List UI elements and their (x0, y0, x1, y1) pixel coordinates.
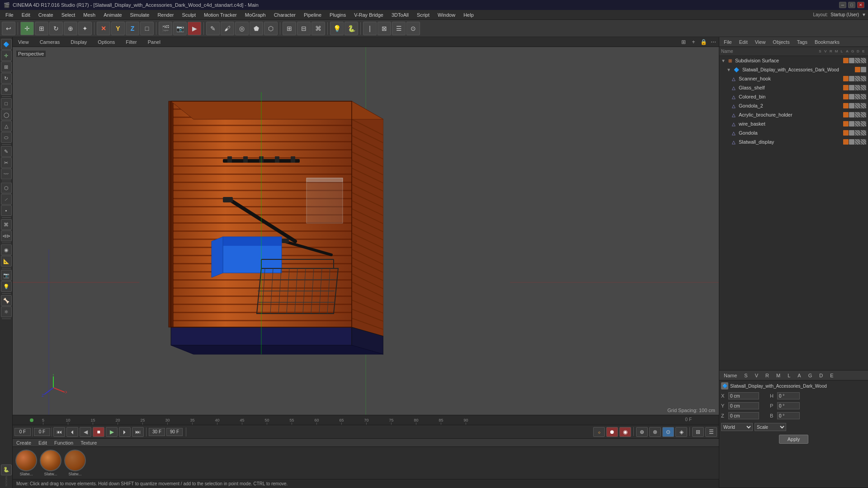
scale-tool[interactable]: ⊞ (35, 22, 48, 35)
menu-simulate[interactable]: Simulate (127, 11, 153, 19)
menu-create[interactable]: Create (35, 11, 57, 19)
rotate-btn[interactable]: ↻ (1, 73, 12, 84)
am-tab-v[interactable]: V (752, 372, 761, 379)
spline-btn[interactable]: 〰 (1, 169, 12, 179)
deform-mode[interactable]: Z (126, 22, 139, 35)
uv-btn[interactable]: 📐 (1, 256, 12, 267)
stamp-tool[interactable]: ⬡ (264, 22, 278, 35)
pipeline-tool[interactable]: | (363, 22, 377, 35)
menu-character[interactable]: Character (270, 11, 299, 19)
pen-left-btn[interactable]: ✎ (1, 146, 12, 157)
undo-button[interactable]: ↩ (2, 22, 15, 35)
menu-motion-tracker[interactable]: Motion Tracker (200, 11, 241, 19)
viewport-lock-icon[interactable]: 🔒 (700, 38, 707, 46)
om-item-scanner-hook[interactable]: △ Scanner_hook (719, 74, 868, 83)
point-select-btn[interactable]: • (1, 205, 12, 216)
om-item-gondola2[interactable]: △ Gondola_2 (719, 101, 868, 110)
brush-tool[interactable]: 🖌 (221, 22, 234, 35)
material-item-0[interactable]: Slatw... (15, 450, 37, 476)
edge-select-btn[interactable]: ⟋ (1, 194, 12, 205)
om-item-glass-shelf[interactable]: △ Glass_shelf (719, 83, 868, 92)
python-left-btn[interactable]: 🐍 (1, 465, 12, 475)
viewport-tab-view[interactable]: View (14, 38, 33, 46)
move-tool[interactable]: ✛ (20, 22, 34, 35)
keyframe-btn[interactable]: ⬦ (593, 427, 605, 437)
am-tab-m[interactable]: M (774, 372, 783, 379)
am-z-field[interactable] (728, 412, 759, 419)
stop-btn[interactable]: ■ (93, 427, 104, 437)
poly-select-btn[interactable]: ⬡ (1, 183, 12, 193)
dynamics-btn[interactable]: ⚛ (1, 306, 12, 317)
play-btn[interactable]: ▶ (106, 427, 118, 437)
mat-tab-function[interactable]: Function (52, 439, 75, 446)
pipeline3-tool[interactable]: ☰ (392, 22, 406, 35)
om-tab-tags[interactable]: Tags (794, 38, 810, 46)
sphere-btn[interactable]: ◯ (1, 109, 12, 120)
menu-select[interactable]: Select (58, 11, 79, 19)
ik-btn[interactable]: ⊗ (649, 427, 661, 437)
timeline-ruler[interactable]: 5 10 15 20 25 (13, 415, 719, 425)
scale-btn[interactable]: ⊞ (1, 61, 12, 72)
render-active[interactable]: ▶ (188, 22, 201, 35)
ik2-btn[interactable]: ⊙ (662, 427, 674, 437)
om-tab-view[interactable]: View (752, 38, 769, 46)
viewport-tab-options[interactable]: Options (94, 38, 118, 46)
menu-pipeline[interactable]: Pipeline (300, 11, 325, 19)
cylinder-btn[interactable]: ⬭ (1, 132, 12, 143)
box-btn[interactable]: □ (1, 98, 12, 109)
render-view[interactable]: 🎬 (159, 22, 172, 35)
rigging-btn[interactable]: 🦴 (1, 295, 12, 306)
menu-animate[interactable]: Animate (100, 11, 125, 19)
scale-mode-select[interactable]: Scale (755, 423, 786, 431)
menu-render[interactable]: Render (154, 11, 177, 19)
texture-mode[interactable]: Y (111, 22, 125, 35)
current-frame-field[interactable] (34, 428, 50, 436)
am-p-field[interactable] (777, 402, 800, 409)
material-left-btn[interactable]: ◉ (1, 244, 12, 255)
fps-field[interactable] (149, 428, 165, 436)
magnet-left-btn[interactable]: ⌘ (1, 219, 12, 230)
am-h-field[interactable] (777, 392, 800, 399)
am-b-field[interactable] (777, 412, 800, 419)
mat-tab-texture[interactable]: Texture (79, 439, 99, 446)
viewport-3d[interactable]: X Y Z Perspective Grid Spacing: 100 cm (13, 47, 719, 415)
snap-btn[interactable]: ☰ (705, 427, 717, 437)
menu-plugins[interactable]: Plugins (326, 11, 349, 19)
move-btn[interactable]: ✛ (1, 50, 12, 61)
menu-help[interactable]: Help (460, 11, 477, 19)
om-item-slatwall-display[interactable]: △ Slatwall_display (719, 137, 868, 146)
pipeline2-tool[interactable]: ⊠ (377, 22, 391, 35)
transform-tool[interactable]: ⊕ (64, 22, 77, 35)
am-tab-a[interactable]: A (795, 372, 803, 379)
pen-tool[interactable]: ✎ (206, 22, 220, 35)
ik3-btn[interactable]: ◈ (675, 427, 687, 437)
light-left-btn[interactable]: 💡 (1, 281, 12, 292)
menu-window[interactable]: Window (434, 11, 459, 19)
maximize-button[interactable]: □ (848, 2, 855, 8)
grid-btn[interactable]: ⊞ (692, 427, 704, 437)
menu-file[interactable]: File (2, 11, 17, 19)
pipeline4-tool[interactable]: ⊙ (406, 22, 420, 35)
viewport-tab-display[interactable]: Display (67, 38, 90, 46)
om-tab-file[interactable]: File (721, 38, 735, 46)
minimize-button[interactable]: ─ (839, 2, 846, 8)
auto-record-btn[interactable]: ◉ (619, 427, 631, 437)
om-item-colored-bin[interactable]: △ Colored_bin (719, 92, 868, 101)
am-tab-d[interactable]: D (816, 372, 826, 379)
menu-3dtoall[interactable]: 3DToAll (388, 11, 412, 19)
universal-tool[interactable]: ✦ (78, 22, 92, 35)
camera-left-btn[interactable]: 📷 (1, 270, 12, 281)
om-tab-edit[interactable]: Edit (736, 38, 750, 46)
light-tool[interactable]: 💡 (330, 22, 344, 35)
om-item-slatwall-group[interactable]: ▼ 🔷 Slatwall_Display_with_Accessories_Da… (719, 65, 868, 74)
am-x-field[interactable] (728, 392, 759, 399)
om-tab-bookmarks[interactable]: Bookmarks (812, 38, 842, 46)
material-item-1[interactable]: Slatw... (40, 450, 61, 476)
om-item-acrylic-holder[interactable]: △ Acrylic_brochure_holder (719, 110, 868, 119)
material-item-2[interactable]: Slatw... (64, 450, 86, 476)
magnet-tool[interactable]: ⌘ (311, 22, 325, 35)
menu-vray[interactable]: V-Ray Bridge (350, 11, 387, 19)
am-y-field[interactable] (728, 402, 759, 409)
viewport-tab-panel[interactable]: Panel (144, 38, 164, 46)
am-tab-name[interactable]: Name (721, 372, 740, 379)
